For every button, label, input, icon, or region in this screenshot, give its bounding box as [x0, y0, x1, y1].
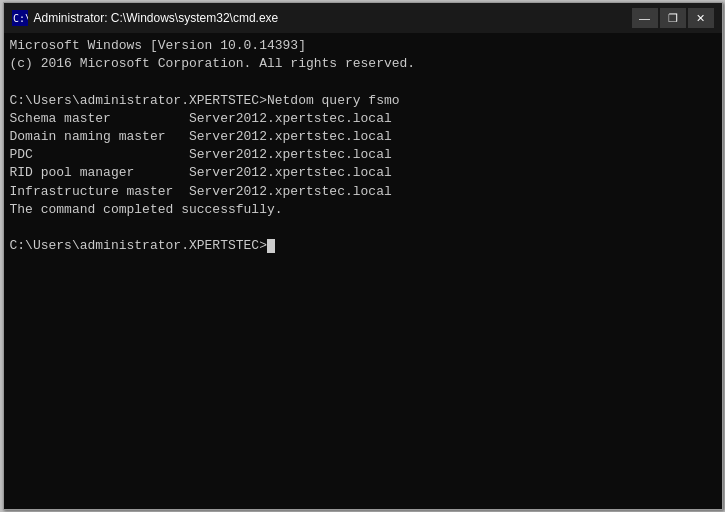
title-bar: C:\ Administrator: C:\Windows\system32\c… — [4, 3, 722, 33]
cmd-window: C:\ Administrator: C:\Windows\system32\c… — [3, 2, 723, 510]
svg-text:C:\: C:\ — [13, 13, 28, 24]
cmd-icon: C:\ — [12, 10, 28, 26]
terminal-body[interactable]: Microsoft Windows [Version 10.0.14393] (… — [4, 33, 722, 509]
restore-button[interactable]: ❐ — [660, 8, 686, 28]
close-button[interactable]: ✕ — [688, 8, 714, 28]
window-controls: — ❐ ✕ — [632, 8, 714, 28]
terminal-output: Microsoft Windows [Version 10.0.14393] (… — [10, 37, 716, 255]
window-title: Administrator: C:\Windows\system32\cmd.e… — [34, 11, 632, 25]
minimize-button[interactable]: — — [632, 8, 658, 28]
